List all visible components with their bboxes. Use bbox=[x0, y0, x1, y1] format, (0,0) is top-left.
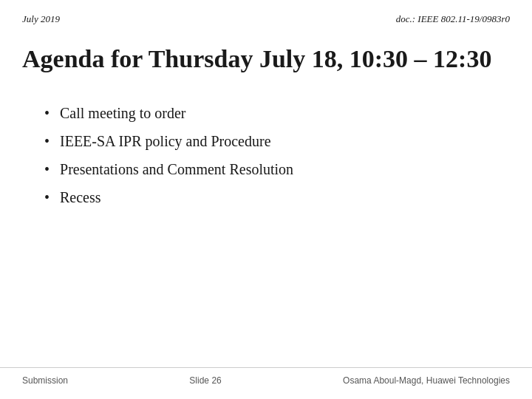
bullet-list: • Call meeting to order • IEEE-SA IPR po… bbox=[44, 103, 510, 208]
header-bar: July 2019 doc.: IEEE 802.11-19/0983r0 bbox=[0, 0, 532, 31]
footer-submission: Submission bbox=[22, 375, 68, 386]
bullet-text-2: IEEE-SA IPR policy and Procedure bbox=[60, 131, 271, 151]
footer-author: Osama Aboul-Magd, Huawei Technologies bbox=[343, 375, 510, 386]
slide: July 2019 doc.: IEEE 802.11-19/0983r0 Ag… bbox=[0, 0, 532, 399]
footer-bar: Submission Slide 26 Osama Aboul-Magd, Hu… bbox=[0, 367, 532, 399]
list-item: • IEEE-SA IPR policy and Procedure bbox=[44, 131, 510, 151]
bullet-text-1: Call meeting to order bbox=[60, 103, 186, 123]
bullet-text-4: Recess bbox=[60, 187, 101, 208]
bullet-dot: • bbox=[44, 159, 50, 180]
bullet-dot: • bbox=[44, 187, 50, 208]
bullet-dot: • bbox=[44, 131, 50, 151]
header-doc-id: doc.: IEEE 802.11-19/0983r0 bbox=[396, 13, 510, 25]
bullet-text-3: Presentations and Comment Resolution bbox=[60, 159, 293, 180]
slide-title: Agenda for Thursday July 18, 10:30 – 12:… bbox=[22, 44, 510, 75]
title-section: Agenda for Thursday July 18, 10:30 – 12:… bbox=[0, 31, 532, 82]
list-item: • Recess bbox=[44, 187, 510, 208]
header-date: July 2019 bbox=[22, 13, 60, 25]
content-section: • Call meeting to order • IEEE-SA IPR po… bbox=[0, 82, 532, 367]
list-item: • Presentations and Comment Resolution bbox=[44, 159, 510, 180]
footer-slide-number: Slide 26 bbox=[189, 375, 221, 386]
list-item: • Call meeting to order bbox=[44, 103, 510, 123]
bullet-dot: • bbox=[44, 103, 50, 123]
